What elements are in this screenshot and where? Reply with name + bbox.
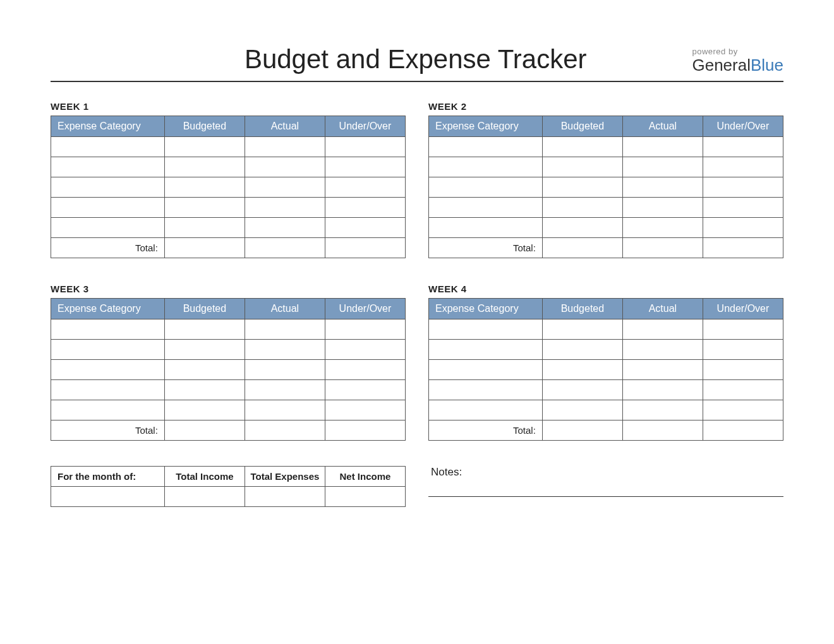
col-category: Expense Category [51,299,165,319]
col-budgeted: Budgeted [542,116,622,137]
week-2-block: WEEK 2 Expense Category Budgeted Actual … [428,101,783,258]
page-title: Budget and Expense Tracker [139,44,692,75]
col-under-over: Under/Over [325,299,405,319]
table-row[interactable] [429,319,783,340]
week-4-table: Expense Category Budgeted Actual Under/O… [428,298,783,441]
col-actual: Actual [622,116,703,137]
week-1-block: WEEK 1 Expense Category Budgeted Actual … [51,101,406,258]
col-actual: Actual [245,116,325,137]
table-row[interactable] [429,340,783,360]
brand-blue: Blue [751,56,783,75]
powered-by-text: powered by [692,47,783,56]
week-1-table: Expense Category Budgeted Actual Under/O… [51,116,406,258]
header: Budget and Expense Tracker powered by Ge… [51,44,783,82]
summary-row: For the month of: Total Income Total Exp… [51,466,783,507]
brand-name: GeneralBlue [692,56,783,75]
table-row[interactable] [429,177,783,198]
brand-logo: powered by GeneralBlue [692,47,783,75]
notes-line[interactable] [428,496,783,497]
table-row[interactable] [429,400,783,420]
col-under-over: Under/Over [325,116,405,137]
table-row[interactable] [51,198,406,218]
table-row[interactable] [51,319,406,340]
week-3-block: WEEK 3 Expense Category Budgeted Actual … [51,283,406,441]
total-label: Total: [51,420,165,441]
week-3-label: WEEK 3 [51,283,406,294]
table-row[interactable] [51,400,406,420]
total-row: Total: [429,420,783,441]
week-1-label: WEEK 1 [51,101,406,112]
total-label: Total: [51,238,165,258]
col-under-over: Under/Over [703,299,783,319]
month-label: For the month of: [51,467,165,487]
col-budgeted: Budgeted [164,299,245,319]
notes-block: Notes: [428,466,783,507]
table-row[interactable] [51,157,406,177]
week-3-table: Expense Category Budgeted Actual Under/O… [51,298,406,441]
total-income-label: Total Income [164,467,245,487]
total-row: Total: [51,238,406,258]
summary-block: For the month of: Total Income Total Exp… [51,466,406,507]
table-row[interactable] [51,340,406,360]
week-2-table: Expense Category Budgeted Actual Under/O… [428,116,783,258]
week-4-block: WEEK 4 Expense Category Budgeted Actual … [428,283,783,441]
col-budgeted: Budgeted [542,299,622,319]
col-under-over: Under/Over [703,116,783,137]
total-label: Total: [429,238,543,258]
total-label: Total: [429,420,543,441]
table-row[interactable] [429,360,783,380]
brand-general: General [692,56,751,75]
week-2-label: WEEK 2 [428,101,783,112]
col-actual: Actual [245,299,325,319]
col-category: Expense Category [429,116,543,137]
table-row[interactable] [429,137,783,157]
table-row[interactable] [429,380,783,400]
net-income-label: Net Income [325,467,405,487]
table-row[interactable] [51,137,406,157]
week-4-label: WEEK 4 [428,283,783,294]
total-row: Total: [429,238,783,258]
notes-label: Notes: [428,466,783,479]
summary-input-row[interactable] [51,487,406,507]
col-category: Expense Category [429,299,543,319]
col-budgeted: Budgeted [164,116,245,137]
table-row[interactable] [51,360,406,380]
table-row[interactable] [429,157,783,177]
total-row: Total: [51,420,406,441]
table-row[interactable] [51,218,406,238]
col-category: Expense Category [51,116,165,137]
weeks-grid: WEEK 1 Expense Category Budgeted Actual … [51,101,783,441]
table-row[interactable] [429,198,783,218]
summary-table: For the month of: Total Income Total Exp… [51,466,406,507]
table-row[interactable] [429,218,783,238]
col-actual: Actual [622,299,703,319]
total-expenses-label: Total Expenses [245,467,325,487]
table-row[interactable] [51,177,406,198]
table-row[interactable] [51,380,406,400]
